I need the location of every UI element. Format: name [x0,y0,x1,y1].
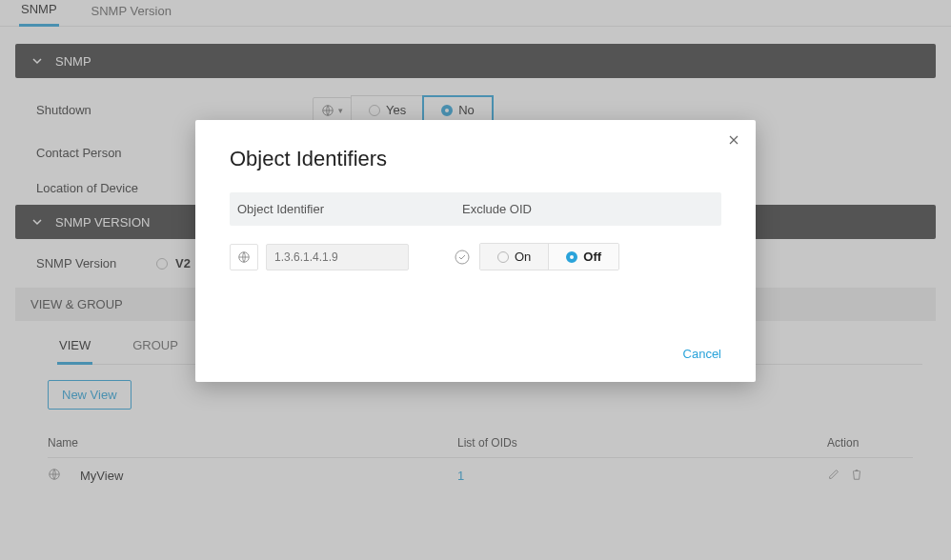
check-circle-icon[interactable] [455,250,470,265]
modal-input-row: On Off [230,243,721,270]
object-identifiers-modal: Object Identifiers Object Identifier Exc… [195,120,756,382]
modal-column-headers: Object Identifier Exclude OID [230,192,721,226]
col-object-identifier: Object Identifier [237,202,462,216]
col-exclude-oid: Exclude OID [462,202,532,216]
svg-point-3 [455,250,469,264]
toggle-on[interactable]: On [480,244,548,270]
globe-icon[interactable] [230,244,258,270]
close-icon[interactable] [727,133,740,150]
toggle-off[interactable]: Off [548,244,618,270]
modal-title: Object Identifiers [230,147,721,171]
cancel-button[interactable]: Cancel [683,347,721,361]
modal-overlay: Object Identifiers Object Identifier Exc… [0,0,951,560]
oid-input[interactable] [266,244,409,270]
exclude-oid-toggle: On Off [479,243,619,270]
